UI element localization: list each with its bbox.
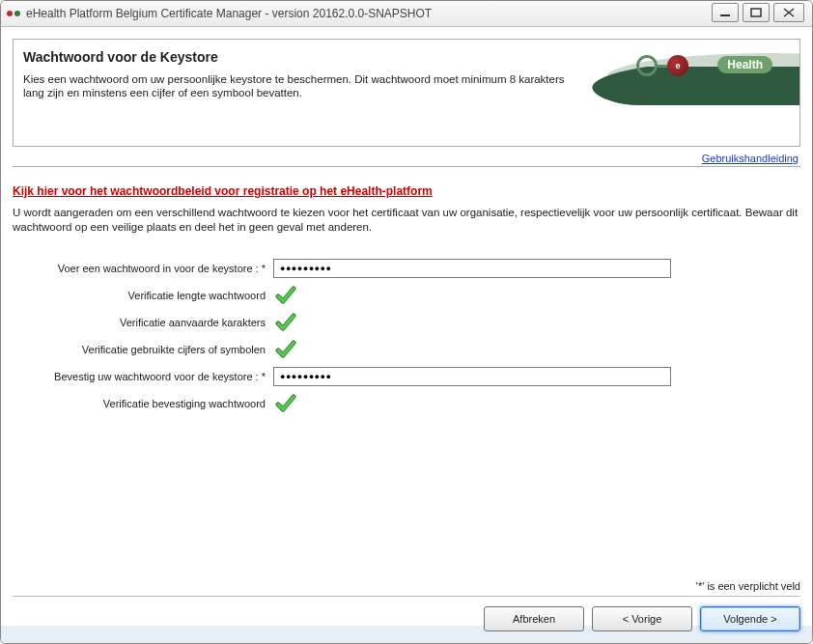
minimize-icon [719, 8, 731, 17]
logo-badge-text: e [675, 61, 680, 70]
check-icon [275, 285, 296, 306]
logo-text: Health [717, 56, 772, 73]
maximize-button[interactable] [743, 3, 770, 22]
footer: '*' is een verplicht veld Afbreken < Vor… [13, 580, 800, 631]
label-verify-confirm: Verificatie bevestiging wachtwoord [13, 398, 273, 409]
label-password: Voer een wachtwoord in voor de keystore … [13, 263, 273, 274]
maximize-icon [750, 8, 762, 17]
wizard-buttons: Afbreken < Vorige Volgende > [13, 606, 800, 631]
abort-button[interactable]: Afbreken [484, 606, 584, 631]
app-window: eHealth Platform Belgium Certificate Man… [0, 0, 813, 644]
label-verify-chars: Verificatie aanvaarde karakters [13, 317, 273, 328]
back-button[interactable]: < Vorige [592, 606, 692, 631]
label-verify-symbols: Verificatie gebruikte cijfers of symbole… [13, 344, 273, 355]
row-password: Voer een wachtwoord in voor de keystore … [13, 256, 800, 281]
row-verify-symbols: Verificatie gebruikte cijfers of symbole… [13, 337, 800, 362]
close-button[interactable] [773, 3, 804, 22]
minimize-button[interactable] [712, 3, 739, 22]
row-verify-confirm: Verificatie bevestiging wachtwoord [13, 391, 800, 416]
close-icon [783, 8, 795, 17]
check-icon [275, 393, 296, 414]
row-confirm: Bevestig uw wachtwoord voor de keystore … [13, 364, 800, 389]
check-icon [275, 339, 296, 360]
footer-separator [13, 596, 800, 597]
titlebar: eHealth Platform Belgium Certificate Man… [1, 1, 812, 27]
body: Gebruikshandleiding Kijk hier voor het w… [13, 153, 800, 416]
keystore-password-form: Voer een wachtwoord in voor de keystore … [13, 256, 800, 416]
label-verify-length: Verificatie lengte wachtwoord [13, 290, 273, 301]
label-confirm: Bevestig uw wachtwoord voor de keystore … [13, 371, 273, 382]
window-controls [712, 3, 804, 22]
policy-text: U wordt aangeraden om een verschillend w… [13, 206, 800, 235]
row-verify-length: Verificatie lengte wachtwoord [13, 283, 800, 308]
required-field-note: '*' is een verplicht veld [13, 580, 800, 592]
ehealth-logo: e Health [592, 43, 799, 105]
password-policy-link[interactable]: Kijk hier voor het wachtwoordbeleid voor… [13, 184, 800, 198]
keystore-confirm-password-input[interactable] [273, 367, 671, 386]
row-verify-chars: Verificatie aanvaarde karakters [13, 310, 800, 335]
header-description: Kies een wachtwoord om uw persoonlijke k… [23, 72, 577, 99]
content-panel: Kijk hier voor het wachtwoordbeleid voor… [13, 166, 800, 416]
header-panel: Wachtwoord voor de Keystore Kies een wac… [13, 39, 800, 147]
svg-rect-0 [720, 14, 730, 16]
check-icon [275, 312, 296, 333]
window-title: eHealth Platform Belgium Certificate Man… [26, 7, 432, 20]
user-guide-link[interactable]: Gebruikshandleiding [13, 153, 799, 164]
svg-rect-1 [751, 9, 761, 16]
keystore-password-input[interactable] [273, 259, 671, 278]
next-button[interactable]: Volgende > [700, 606, 800, 631]
header-title: Wachtwoord voor de Keystore [23, 49, 218, 65]
app-icon [7, 11, 20, 16]
